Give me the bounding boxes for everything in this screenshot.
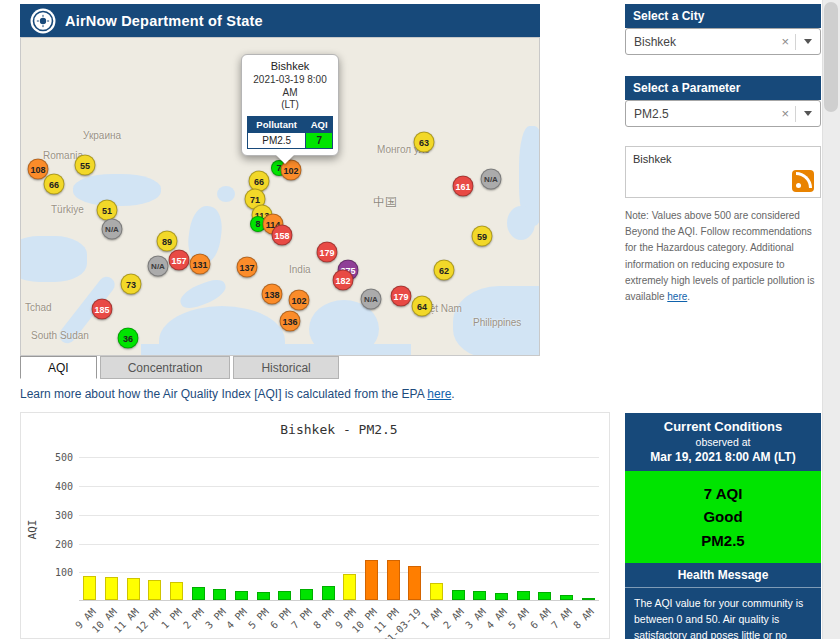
- water-region: [217, 186, 235, 202]
- chart-bar[interactable]: [83, 576, 96, 600]
- popup-table: Pollutant AQI PM2.5 7: [247, 116, 333, 149]
- aqi-station-marker[interactable]: 179: [317, 242, 338, 263]
- chart-gridline: [79, 544, 599, 545]
- chart-xtick-label: 4 PM: [224, 606, 249, 631]
- chart-bar[interactable]: [213, 589, 226, 600]
- map-popup: Bishkek 2021-03-19 8:00 AM (LT) Pollutan…: [241, 54, 339, 156]
- aqi-station-marker[interactable]: 131: [190, 254, 211, 275]
- chart-bar[interactable]: [148, 580, 161, 600]
- cc-category: Good: [629, 505, 817, 528]
- chart-ylabel: AQI: [26, 520, 39, 540]
- note-here-link[interactable]: here: [667, 291, 687, 302]
- aqi-station-marker[interactable]: 36: [118, 328, 139, 349]
- tab-aqi[interactable]: AQI: [20, 356, 97, 379]
- aqi-station-marker[interactable]: 51: [97, 200, 118, 221]
- chart-bar[interactable]: [365, 560, 378, 600]
- chart-ytick-label: 300: [35, 509, 73, 520]
- chart-bar[interactable]: [322, 586, 335, 600]
- chart-bar[interactable]: [192, 587, 205, 600]
- tab-historical[interactable]: Historical: [233, 356, 338, 379]
- city-select[interactable]: Bishkek ×: [625, 28, 821, 55]
- chart-bar[interactable]: [170, 582, 183, 600]
- chart-bar[interactable]: [300, 589, 313, 600]
- aqi-station-marker[interactable]: N/A: [102, 219, 123, 240]
- city-select-value: Bishkek: [626, 35, 775, 49]
- aqi-station-marker[interactable]: N/A: [481, 169, 502, 190]
- chart-xtick-label: 6 PM: [268, 606, 293, 631]
- chart-bar[interactable]: [538, 592, 551, 600]
- chart-bar[interactable]: [127, 578, 140, 600]
- chart-bar[interactable]: [495, 593, 508, 600]
- popup-datetime: 2021-03-19 8:00 AM: [247, 74, 333, 99]
- chart-plot: 1002003004005009 AM10 AM11 AM12 PM1 PM2 …: [79, 443, 599, 601]
- water-region: [507, 206, 535, 240]
- rss-feed-icon[interactable]: [792, 170, 814, 192]
- aqi-station-marker[interactable]: 185: [92, 299, 113, 320]
- aqi-station-marker[interactable]: 73: [121, 274, 142, 295]
- aqi-station-marker[interactable]: 136: [280, 311, 301, 332]
- water-region: [20, 236, 87, 282]
- chart-gridline: [79, 486, 599, 487]
- chart-bar[interactable]: [473, 591, 486, 600]
- note-text: Note: Values above 500 are considered Be…: [625, 210, 815, 302]
- aqi-station-marker[interactable]: 157: [169, 250, 190, 271]
- chart-bar[interactable]: [278, 591, 291, 600]
- aqi-station-marker[interactable]: 137: [237, 257, 258, 278]
- city-clear-icon[interactable]: ×: [775, 34, 795, 49]
- aqi-station-marker[interactable]: 64: [412, 296, 433, 317]
- aqi-station-marker[interactable]: 55: [75, 155, 96, 176]
- chart-xtick-label: 8 AM: [571, 606, 596, 631]
- scrollbar-thumb[interactable]: [824, 2, 838, 112]
- aqi-station-marker[interactable]: N/A: [361, 289, 382, 310]
- chart-bar[interactable]: [257, 592, 270, 600]
- chart-bar[interactable]: [408, 566, 421, 600]
- aqi-station-marker[interactable]: 161: [453, 176, 474, 197]
- aqi-station-marker[interactable]: 182: [333, 270, 354, 291]
- aqi-station-marker[interactable]: 63: [414, 132, 435, 153]
- aqi-station-marker[interactable]: 138: [262, 284, 283, 305]
- map-canvas[interactable]: Bishkek 2021-03-19 8:00 AM (LT) Pollutan…: [20, 37, 540, 356]
- rss-box: Bishkek: [625, 146, 821, 198]
- aqi-station-marker[interactable]: 102: [289, 290, 310, 311]
- tab-concentration[interactable]: Concentration: [100, 356, 231, 379]
- popup-timezone: (LT): [247, 99, 333, 112]
- chart-bar[interactable]: [387, 560, 400, 600]
- chart-bar[interactable]: [430, 583, 443, 600]
- parameter-caret-icon[interactable]: [804, 111, 812, 120]
- cc-title: Current Conditions: [629, 419, 817, 434]
- chart-xtick-label: 3 AM: [463, 606, 488, 631]
- chart-xtick-label: 2 AM: [441, 606, 466, 631]
- epa-here-link[interactable]: here: [427, 387, 451, 401]
- health-message-header: Health Message: [625, 563, 821, 587]
- aqi-station-marker[interactable]: 59: [472, 226, 493, 247]
- chart-bar[interactable]: [343, 574, 356, 600]
- chart-bar[interactable]: [452, 590, 465, 600]
- chart-xtick-label: 3 PM: [203, 606, 228, 631]
- beyond-aqi-note: Note: Values above 500 are considered Be…: [625, 208, 821, 305]
- parameter-clear-icon[interactable]: ×: [775, 106, 795, 121]
- aqi-station-marker[interactable]: 158: [272, 225, 293, 246]
- state-department-seal-icon: [30, 8, 56, 34]
- aqi-station-marker[interactable]: 66: [44, 174, 65, 195]
- aqi-station-marker[interactable]: 179: [391, 286, 412, 307]
- parameter-select[interactable]: PM2.5 ×: [625, 100, 821, 127]
- learn-more-text: Learn more about how the Air Quality Ind…: [20, 387, 455, 401]
- chart-xtick-label: 7 PM: [289, 606, 314, 631]
- map-region-label: Türkiye: [51, 204, 84, 215]
- aqi-station-marker[interactable]: N/A: [148, 256, 169, 277]
- aqi-station-marker[interactable]: 62: [434, 260, 455, 281]
- cc-observed-at: observed at: [629, 436, 817, 448]
- aqi-station-marker[interactable]: 89: [157, 231, 178, 252]
- chart-bar[interactable]: [560, 595, 573, 600]
- scrollbar-track[interactable]: [822, 0, 840, 639]
- chart-bar[interactable]: [235, 591, 248, 600]
- chart-bar[interactable]: [517, 591, 530, 600]
- chart-xtick-label: 5 PM: [246, 606, 271, 631]
- city-caret-icon[interactable]: [804, 39, 812, 48]
- select-city-header: Select a City: [625, 4, 821, 28]
- chart-bar[interactable]: [582, 598, 595, 600]
- learn-more-sentence: Learn more about how the Air Quality Ind…: [20, 387, 427, 401]
- popup-col-aqi: AQI: [306, 116, 333, 132]
- map-region-label: South Sudan: [31, 330, 89, 341]
- chart-bar[interactable]: [105, 577, 118, 600]
